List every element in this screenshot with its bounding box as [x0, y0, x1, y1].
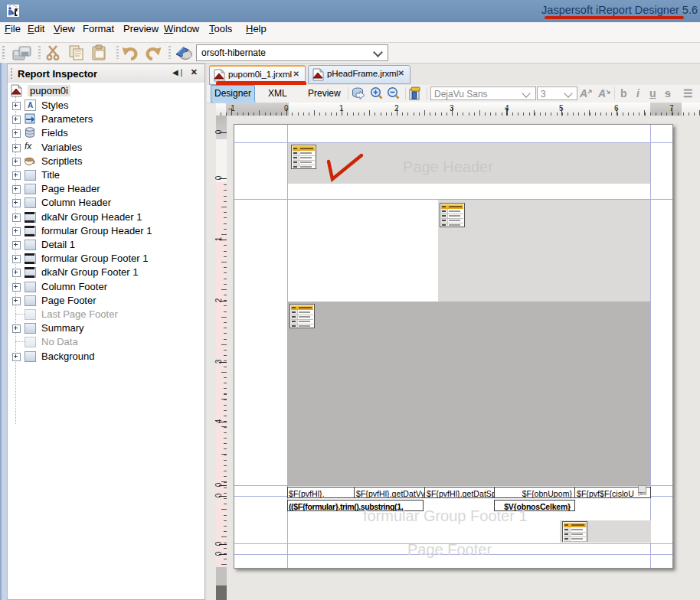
svg-text:A: A [579, 87, 587, 99]
svg-text:A: A [597, 87, 606, 99]
